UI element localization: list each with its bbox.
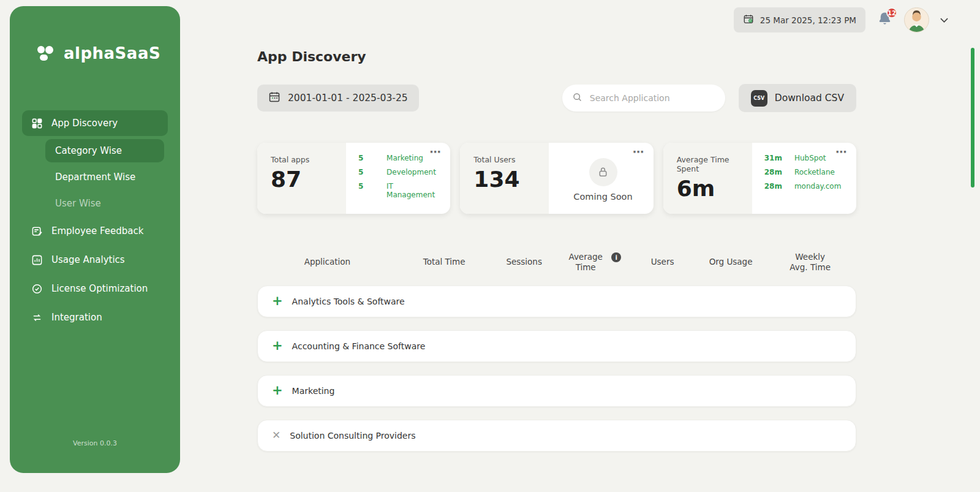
column-weekly-avg-time: Weekly Avg. Time <box>788 252 832 273</box>
sidebar-item-user-wise[interactable]: User Wise <box>45 192 164 215</box>
date-range-text: 2001-01-01 - 2025-03-25 <box>288 93 408 104</box>
category-row-marketing[interactable]: + Marketing <box>257 375 856 407</box>
expand-plus-icon[interactable]: + <box>272 339 283 352</box>
column-average-time-label: Average Time <box>564 252 608 273</box>
stat-value: 134 <box>473 167 544 192</box>
search-input[interactable] <box>589 93 715 104</box>
notification-count-badge: 12 <box>886 7 897 18</box>
stat-label: Total apps <box>271 155 341 164</box>
page-title: App Discovery <box>257 49 856 64</box>
column-sessions: Sessions <box>506 257 542 267</box>
breakdown-row: 28m monday.com <box>764 182 848 191</box>
column-org-usage: Org Usage <box>709 257 753 267</box>
grid-icon <box>31 117 43 129</box>
feedback-icon <box>31 225 43 237</box>
category-name: Solution Consulting Providers <box>290 431 415 441</box>
category-row-solution-consulting[interactable]: ✕ Solution Consulting Providers <box>257 420 856 452</box>
csv-file-icon: CSV <box>751 90 767 107</box>
version-label: Version 0.0.3 <box>10 439 180 447</box>
bar-chart-icon <box>31 254 43 266</box>
total-apps-summary: Total apps 87 <box>257 143 346 214</box>
breakdown-row: 5 IT Management <box>358 182 442 199</box>
chevron-down-icon[interactable] <box>940 18 948 23</box>
sidebar-item-employee-feedback[interactable]: Employee Feedback <box>22 218 168 244</box>
breakdown-count: 28m <box>764 182 782 191</box>
category-row-analytics-tools[interactable]: + Analytics Tools & Software <box>257 286 856 317</box>
column-users: Users <box>651 257 674 267</box>
right-controls: CSV Download CSV <box>562 84 856 112</box>
download-csv-label: Download CSV <box>775 93 844 104</box>
sidebar-menu: App Discovery Category Wise Department W… <box>10 110 180 330</box>
total-users-card: Total Users 134 Coming Soon ⋯ <box>460 143 653 214</box>
column-average-time: Average Time i <box>564 252 621 273</box>
breakdown-count: 5 <box>358 182 374 199</box>
breakdown-name: Development <box>386 168 436 176</box>
alphasaas-logo-icon <box>36 43 56 64</box>
sidebar-item-label: Category Wise <box>55 145 122 156</box>
average-time-card: Average Time Spent 6m 31m HubSpot 28m Ro… <box>663 143 856 214</box>
avatar[interactable] <box>904 7 929 32</box>
logo-text: alphaSaaS <box>64 44 160 62</box>
stat-value: 87 <box>271 167 341 192</box>
sidebar-item-label: Employee Feedback <box>51 225 144 237</box>
logo: alphaSaaS <box>10 6 180 64</box>
stat-value: 6m <box>677 176 747 201</box>
sidebar-item-label: Usage Analytics <box>51 254 125 265</box>
category-row-accounting-finance[interactable]: + Accounting & Finance Software <box>257 330 856 362</box>
topbar: 25 Mar 2025, 12:23 PM 12 <box>734 7 948 32</box>
breakdown-name: HubSpot <box>794 154 826 162</box>
breakdown-count: 28m <box>764 168 782 176</box>
main-content: App Discovery 2001-01-01 - 2025-03-25 <box>257 49 856 452</box>
card-menu-dots-icon[interactable]: ⋯ <box>429 145 442 158</box>
card-menu-dots-icon[interactable]: ⋯ <box>835 145 848 158</box>
expand-plus-icon[interactable]: + <box>272 384 283 397</box>
breakdown-name: Rocketlane <box>794 168 835 176</box>
download-csv-button[interactable]: CSV Download CSV <box>739 84 856 112</box>
license-check-icon <box>31 282 43 295</box>
date-range-button[interactable]: 2001-01-01 - 2025-03-25 <box>257 85 419 112</box>
sidebar-item-usage-analytics[interactable]: Usage Analytics <box>22 247 168 273</box>
coming-soon-label: Coming Soon <box>573 192 632 202</box>
sidebar-item-integration[interactable]: Integration <box>22 305 168 330</box>
column-application: Application <box>304 257 350 267</box>
breakdown-name: IT Management <box>386 182 442 199</box>
stat-label: Average Time Spent <box>677 155 747 173</box>
expand-plus-icon[interactable]: + <box>272 295 283 308</box>
breakdown-name: Marketing <box>386 154 423 162</box>
bell-icon <box>876 18 893 29</box>
datetime-text: 25 Mar 2025, 12:23 PM <box>760 15 856 25</box>
breakdown-row: 28m Rocketlane <box>764 168 848 176</box>
calendar-clock-icon <box>743 13 754 26</box>
total-users-summary: Total Users 134 <box>460 143 549 214</box>
category-name: Analytics Tools & Software <box>292 297 405 306</box>
collapse-x-icon[interactable]: ✕ <box>272 430 281 441</box>
notifications-button[interactable]: 12 <box>876 10 893 29</box>
sidebar-item-label: User Wise <box>55 198 101 209</box>
breakdown-count: 5 <box>358 168 374 176</box>
card-menu-dots-icon[interactable]: ⋯ <box>633 145 645 158</box>
sidebar-item-category-wise[interactable]: Category Wise <box>45 139 164 162</box>
info-icon[interactable]: i <box>611 252 621 262</box>
table-header: Application Total Time Sessions Average … <box>257 252 856 273</box>
column-total-time: Total Time <box>423 257 466 267</box>
sidebar-item-label: Department Wise <box>55 172 135 183</box>
sidebar-item-label: License Optimization <box>51 283 148 294</box>
breakdown-count: 31m <box>764 154 782 162</box>
breakdown-count: 5 <box>358 154 374 162</box>
average-time-summary: Average Time Spent 6m <box>663 143 752 214</box>
datetime-badge[interactable]: 25 Mar 2025, 12:23 PM <box>734 7 865 32</box>
breakdown-name: monday.com <box>794 182 841 191</box>
total-apps-card: Total apps 87 5 Marketing 5 Development … <box>257 143 450 214</box>
sidebar-item-label: App Discovery <box>51 118 118 129</box>
sidebar: alphaSaaS App Discovery Category Wise De… <box>10 6 180 473</box>
category-name: Marketing <box>292 386 335 396</box>
page-scrollbar-thumb[interactable] <box>971 48 974 187</box>
sidebar-item-app-discovery[interactable]: App Discovery <box>22 110 168 136</box>
controls-row: 2001-01-01 - 2025-03-25 CSV Download CSV <box>257 84 856 112</box>
sidebar-item-department-wise[interactable]: Department Wise <box>45 165 164 189</box>
lock-icon <box>589 158 617 186</box>
integration-sync-icon <box>31 311 43 324</box>
category-name: Accounting & Finance Software <box>292 341 426 351</box>
sidebar-item-license-optimization[interactable]: License Optimization <box>22 276 168 301</box>
search-box <box>562 85 725 112</box>
